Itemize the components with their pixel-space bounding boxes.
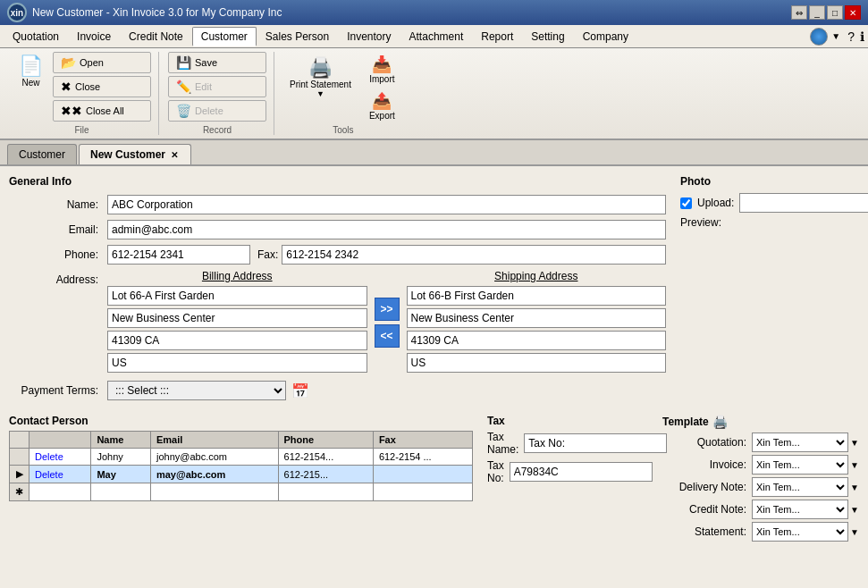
new-row-phone	[278, 483, 373, 501]
window-controls: ⇔ _ □ ✕	[791, 5, 861, 20]
close-button-toolbar[interactable]: ✖ Close	[53, 76, 151, 97]
tab-close-icon[interactable]: ✕	[169, 150, 180, 160]
print-icon: 🖨️	[308, 56, 333, 80]
delete-may-button[interactable]: Delete	[35, 469, 63, 480]
tab-new-customer[interactable]: New Customer ✕	[79, 144, 191, 164]
tax-name-label: Tax Name:	[487, 431, 518, 456]
phone-cell-1: 612-2154...	[278, 449, 373, 466]
photo-upload-row: Upload: ...	[680, 193, 859, 213]
fax-label: Fax:	[257, 248, 278, 261]
shipping-line2-input[interactable]	[407, 308, 667, 328]
photo-upload-path-input[interactable]	[739, 193, 868, 213]
template-quotation-select[interactable]: Xin Tem...	[752, 433, 848, 452]
payment-calendar-icon[interactable]: 📅	[291, 382, 309, 399]
close-button[interactable]: ✕	[845, 5, 861, 20]
menu-sales-person[interactable]: Sales Person	[257, 27, 338, 46]
name-cell-2: May	[91, 466, 151, 483]
template-invoice-dropdown-icon: ▼	[850, 460, 859, 470]
delete-button[interactable]: 🗑️ Delete	[168, 100, 266, 122]
general-info-title: General Info	[9, 175, 666, 188]
billing-line2-input[interactable]	[107, 308, 367, 328]
swap-windows-button[interactable]: ⇔	[791, 5, 807, 20]
template-credit-dropdown-icon: ▼	[850, 505, 859, 515]
email-label: Email:	[9, 223, 107, 236]
open-button[interactable]: 📂 Open	[53, 52, 151, 73]
contact-person-title: Contact Person	[9, 415, 473, 427]
payment-terms-select[interactable]: ::: Select :::	[107, 381, 286, 400]
col-indicator	[10, 432, 29, 449]
tax-name-input[interactable]	[524, 433, 667, 453]
edit-button[interactable]: ✏️ Edit	[168, 76, 266, 97]
phone-input[interactable]	[107, 245, 250, 265]
new-button[interactable]: 📄 New	[13, 52, 49, 92]
template-statement-select[interactable]: Xin Tem...	[752, 522, 848, 542]
menu-report[interactable]: Report	[472, 27, 522, 46]
new-row-name	[91, 483, 151, 501]
table-row[interactable]: ▶ Delete May may@abc.com 612-215...	[10, 466, 473, 483]
billing-line4-input[interactable]	[107, 353, 367, 373]
photo-title: Photo	[680, 175, 859, 188]
toolbar-tools-group: 🖨️ Print Statement ▼ 📥 Import 📤 Export T…	[276, 52, 410, 135]
menu-inventory[interactable]: Inventory	[338, 27, 400, 46]
template-credit-select[interactable]: Xin Tem...	[752, 500, 848, 519]
menu-customer[interactable]: Customer	[192, 27, 257, 46]
toolbar-file-col: 📂 Open ✖ Close ✖✖ Close All	[53, 52, 151, 122]
close-all-button[interactable]: ✖✖ Close All	[53, 100, 151, 122]
copy-to-shipping-button[interactable]: >>	[375, 298, 400, 321]
billing-line1-input[interactable]	[107, 286, 367, 306]
template-delivery-select[interactable]: Xin Tem...	[752, 477, 848, 497]
fax-input[interactable]	[282, 245, 666, 265]
delete-johny-button[interactable]: Delete	[35, 451, 63, 462]
row-indicator-1	[10, 449, 29, 466]
row-indicator-2: ▶	[10, 466, 29, 483]
delete-cell-1: Delete	[29, 449, 91, 466]
copy-to-billing-button[interactable]: <<	[375, 324, 400, 348]
menu-quotation[interactable]: Quotation	[4, 27, 68, 46]
photo-section: Photo Upload: ... Preview:	[680, 175, 859, 407]
billing-address-header: Billing Address	[107, 270, 367, 282]
contact-table: Name Email Phone Fax Delete Johny johny@…	[9, 431, 473, 501]
menu-attachment[interactable]: Attachment	[400, 27, 473, 46]
title-bar: xin New Customer - Xin Invoice 3.0 for M…	[0, 0, 868, 25]
template-invoice-label: Invoice:	[662, 458, 752, 471]
import-button[interactable]: 📥 Import	[361, 52, 402, 87]
toolbar-tools-row: 🖨️ Print Statement ▼ 📥 Import 📤 Export	[283, 52, 403, 123]
menu-credit-note[interactable]: Credit Note	[120, 27, 192, 46]
print-statement-button[interactable]: 🖨️ Print Statement ▼	[283, 52, 358, 103]
help-icon[interactable]: ?	[847, 29, 855, 44]
email-input[interactable]	[107, 220, 666, 239]
save-button[interactable]: 💾 Save	[168, 52, 266, 73]
template-invoice-row: Invoice: Xin Tem... ▼	[662, 455, 859, 475]
payment-terms-label: Payment Terms:	[9, 384, 107, 397]
main-content: General Info Name: Email: Phone: Fax: Ad…	[0, 166, 868, 588]
template-statement-row: Statement: Xin Tem... ▼	[662, 522, 859, 542]
menu-company[interactable]: Company	[574, 27, 637, 46]
delete-cell-2: Delete	[29, 466, 91, 483]
tab-customer[interactable]: Customer	[7, 144, 77, 164]
template-invoice-select[interactable]: Xin Tem...	[752, 455, 848, 475]
new-icon: 📄	[19, 56, 43, 76]
info-icon[interactable]: ℹ	[860, 29, 864, 44]
menu-invoice[interactable]: Invoice	[68, 27, 120, 46]
minimize-button[interactable]: _	[809, 5, 825, 20]
name-input[interactable]	[107, 195, 666, 214]
photo-upload-checkbox[interactable]	[680, 197, 692, 209]
billing-line3-input[interactable]	[107, 331, 367, 350]
export-icon: 📤	[372, 91, 392, 111]
export-button[interactable]: 📤 Export	[361, 88, 403, 123]
shipping-line3-input[interactable]	[407, 331, 667, 350]
maximize-button[interactable]: □	[827, 5, 843, 20]
shipping-line1-input[interactable]	[407, 286, 667, 306]
template-quotation-label: Quotation:	[662, 436, 752, 449]
tax-no-input[interactable]	[510, 462, 653, 482]
menu-setting[interactable]: Setting	[522, 27, 573, 46]
new-contact-row: ✱	[10, 483, 473, 501]
address-columns: Billing Address >> << Shipping Address	[107, 270, 666, 375]
template-title: Template 🖨️	[662, 415, 859, 429]
menu-icons: ▼ ? ℹ	[810, 28, 864, 46]
import-icon: 📥	[372, 55, 392, 74]
shipping-line4-input[interactable]	[407, 353, 667, 373]
toolbar-file-row: 📄 New 📂 Open ✖ Close ✖✖ Close All	[13, 52, 151, 123]
template-icon: 🖨️	[712, 415, 728, 429]
template-delivery-label: Delivery Note:	[662, 481, 752, 493]
